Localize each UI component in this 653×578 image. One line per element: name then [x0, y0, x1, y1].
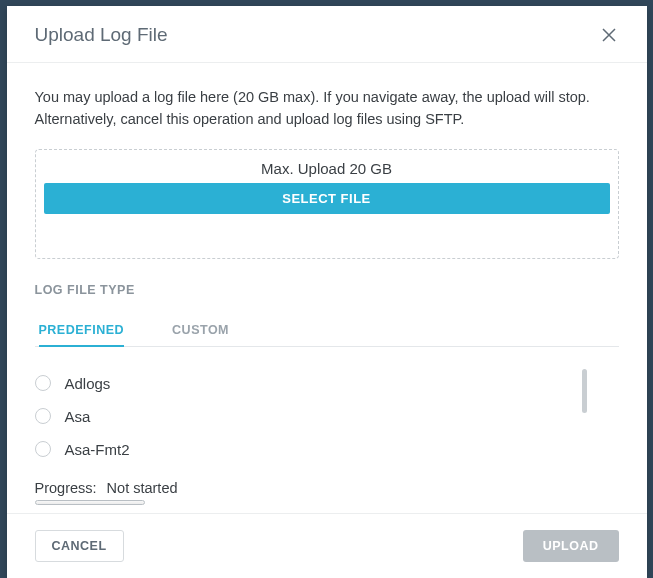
option-label: Asa-Fmt2 [65, 441, 130, 458]
list-item[interactable]: Asa [35, 400, 619, 433]
modal-title: Upload Log File [35, 24, 168, 46]
close-icon[interactable] [599, 25, 619, 45]
tab-predefined[interactable]: PREDEFINED [39, 315, 125, 347]
log-type-options: Adlogs Asa Asa-Fmt2 [35, 367, 619, 466]
log-type-tabs: PREDEFINED CUSTOM [35, 315, 619, 347]
list-item[interactable]: Adlogs [35, 367, 619, 400]
cancel-button[interactable]: CANCEL [35, 530, 124, 562]
radio-icon [35, 408, 51, 424]
log-file-type-label: LOG FILE TYPE [35, 283, 619, 297]
progress-label: Progress: [35, 480, 97, 496]
scrollbar[interactable] [582, 369, 587, 413]
radio-icon [35, 441, 51, 457]
list-item[interactable]: Asa-Fmt2 [35, 433, 619, 466]
dropzone-hint: Max. Upload 20 GB [44, 160, 610, 177]
progress-value: Not started [107, 480, 178, 496]
intro-text: You may upload a log file here (20 GB ma… [35, 87, 619, 131]
modal-body: You may upload a log file here (20 GB ma… [7, 63, 647, 513]
option-label: Asa [65, 408, 91, 425]
file-dropzone[interactable]: Max. Upload 20 GB SELECT FILE [35, 149, 619, 259]
modal-header: Upload Log File [7, 6, 647, 63]
upload-button[interactable]: UPLOAD [523, 530, 619, 562]
progress-bar [35, 500, 145, 506]
upload-log-modal: Upload Log File You may upload a log fil… [7, 6, 647, 578]
modal-footer: CANCEL UPLOAD [7, 513, 647, 578]
tab-custom[interactable]: CUSTOM [172, 315, 229, 347]
progress-row: Progress: Not started [35, 480, 619, 496]
select-file-button[interactable]: SELECT FILE [44, 183, 610, 214]
option-label: Adlogs [65, 375, 111, 392]
radio-icon [35, 375, 51, 391]
